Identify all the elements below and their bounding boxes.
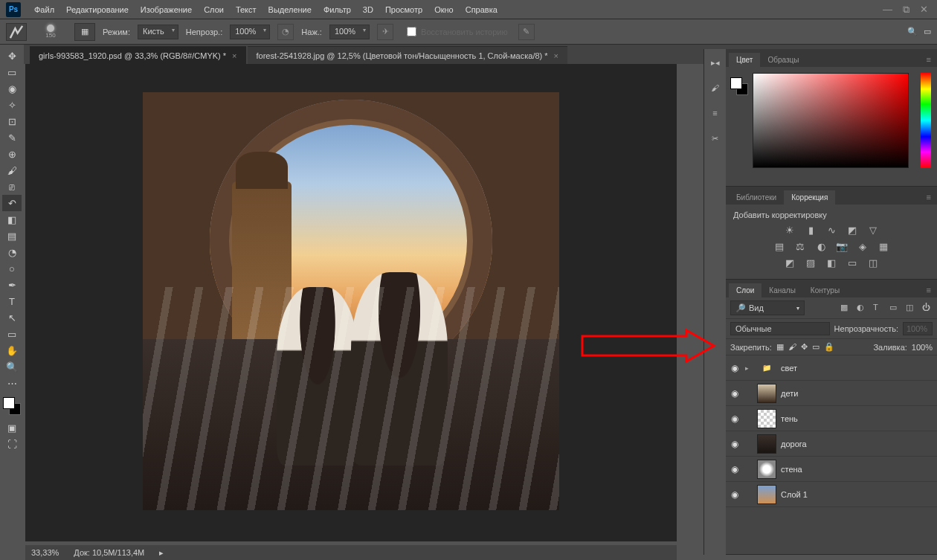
menu-layers[interactable]: Слои [198, 2, 230, 17]
marquee-tool[interactable]: ▭ [2, 64, 22, 80]
layer-row[interactable]: ◉ Слой 1 [726, 482, 937, 507]
pressure-opacity-icon[interactable]: ◔ [277, 24, 294, 40]
tab-libraries[interactable]: Библиотеки [729, 190, 784, 205]
tablet-pressure-icon[interactable]: ✎ [518, 24, 535, 40]
panel-menu-icon[interactable]: ≡ [921, 190, 937, 205]
color-field[interactable] [753, 73, 909, 168]
tab-channels[interactable]: Каналы [761, 283, 803, 297]
layer-name[interactable]: Слой 1 [781, 490, 808, 499]
blend-mode-dropdown[interactable]: Кисть [138, 25, 178, 39]
wand-tool[interactable]: ✧ [2, 97, 22, 113]
history-checkbox[interactable] [407, 27, 416, 36]
properties-panel-icon[interactable]: ✂ [708, 131, 723, 146]
color-swatch-pair[interactable] [730, 77, 748, 95]
history-brush-tool[interactable]: ↶ [2, 195, 22, 211]
blur-tool[interactable]: ◔ [2, 244, 22, 260]
eyedropper-tool[interactable]: ✎ [2, 129, 22, 146]
heal-tool[interactable]: ⊕ [2, 146, 22, 162]
brush-tool[interactable]: 🖌 [2, 162, 22, 178]
filter-adjust-icon[interactable]: ◐ [857, 303, 867, 313]
layer-row[interactable]: ◉ ▸ 📁 свет [726, 355, 937, 381]
lasso-tool[interactable]: ◉ [2, 80, 22, 97]
tab-layers[interactable]: Слои [729, 283, 761, 297]
invert-icon[interactable]: ◩ [783, 257, 796, 268]
zoom-tool[interactable]: 🔍 [2, 358, 22, 375]
layer-name[interactable]: дети [781, 389, 798, 398]
layer-name[interactable]: дорога [781, 440, 807, 448]
search-icon[interactable]: 🔍 [907, 27, 918, 36]
layer-row[interactable]: ◉ стена [726, 457, 937, 482]
menu-select[interactable]: Выделение [263, 2, 318, 17]
brush-settings-icon[interactable]: ≡ [708, 106, 723, 120]
lock-move-icon[interactable]: ✥ [801, 342, 808, 352]
filter-shape-icon[interactable]: ▭ [889, 303, 900, 313]
tab-swatches[interactable]: Образцы [760, 53, 806, 67]
visibility-icon[interactable]: ◉ [729, 439, 741, 449]
layer-row[interactable]: ◉ дорога [726, 431, 937, 457]
filter-toggle-icon[interactable]: ⏻ [922, 303, 933, 313]
selective-color-icon[interactable]: ◫ [866, 257, 880, 268]
eraser-tool[interactable]: ◧ [2, 211, 22, 228]
blend-mode-select[interactable]: Обычные [730, 322, 830, 335]
vibrance-icon[interactable]: ▽ [866, 224, 880, 236]
close-icon[interactable]: ✕ [920, 4, 928, 16]
panel-menu-icon[interactable]: ≡ [921, 52, 937, 67]
visibility-icon[interactable]: ◉ [729, 363, 741, 373]
filter-pixel-icon[interactable]: ▩ [840, 303, 851, 313]
tab-adjustments[interactable]: Коррекция [784, 190, 835, 205]
menu-image[interactable]: Изображение [135, 2, 198, 17]
history-panel-icon[interactable]: ▸◂ [708, 55, 723, 70]
threshold-icon[interactable]: ◧ [825, 257, 838, 268]
type-tool[interactable]: T [2, 293, 22, 309]
exposure-icon[interactable]: ◩ [846, 224, 859, 236]
screenmode-tool[interactable]: ⛶ [2, 436, 22, 452]
visibility-icon[interactable]: ◉ [729, 489, 741, 500]
hue-slider[interactable] [921, 73, 931, 168]
color-swatches[interactable] [3, 397, 21, 415]
colorbalance-icon[interactable]: ⚖ [793, 240, 807, 252]
minimize-icon[interactable]: — [883, 4, 892, 16]
brushes-panel-icon[interactable]: 🖌 [708, 80, 723, 95]
tool-preset-icon[interactable] [6, 23, 27, 41]
photofilter-icon[interactable]: 📷 [835, 240, 849, 252]
gradient-tool[interactable]: ▤ [2, 228, 22, 244]
posterize-icon[interactable]: ▨ [804, 257, 817, 268]
quickmask-tool[interactable]: ▣ [2, 419, 22, 436]
airbrush-icon[interactable]: ✈ [377, 24, 393, 40]
document-tab-2[interactable]: forest-2541928.jpg @ 12,5% (Цветовой тон… [248, 46, 567, 64]
crop-tool[interactable]: ⊡ [2, 113, 22, 129]
brush-preview[interactable]: 150 [34, 25, 67, 39]
status-arrow-icon[interactable]: ▸ [159, 548, 164, 558]
brightness-icon[interactable]: ☀ [783, 224, 796, 236]
menu-text[interactable]: Текст [230, 2, 263, 17]
menu-help[interactable]: Справка [460, 2, 503, 17]
close-tab-icon[interactable]: × [232, 51, 236, 60]
filter-smart-icon[interactable]: ◫ [906, 303, 916, 313]
hue-icon[interactable]: ▤ [773, 240, 786, 252]
levels-icon[interactable]: ▮ [804, 224, 817, 236]
stamp-tool[interactable]: ⎚ [2, 178, 22, 195]
brush-panel-icon[interactable]: ▦ [74, 23, 95, 41]
bw-icon[interactable]: ◐ [814, 240, 828, 252]
menu-edit[interactable]: Редактирование [60, 2, 135, 17]
move-tool[interactable]: ✥ [2, 48, 22, 64]
maximize-icon[interactable]: ⧉ [903, 4, 909, 16]
visibility-icon[interactable]: ◉ [729, 388, 741, 399]
colorlookup-icon[interactable]: ▦ [877, 240, 890, 252]
tab-color[interactable]: Цвет [729, 53, 760, 67]
menu-filter[interactable]: Фильтр [318, 2, 357, 17]
filter-type-icon[interactable]: T [873, 303, 883, 313]
canvas-area[interactable] [25, 64, 677, 541]
dodge-tool[interactable]: ○ [2, 260, 22, 277]
opacity-input[interactable]: 100% [903, 322, 933, 335]
layer-name[interactable]: свет [781, 364, 797, 373]
opacity-dropdown[interactable]: 100% [230, 25, 270, 39]
tab-paths[interactable]: Контуры [803, 283, 847, 297]
layer-name[interactable]: стена [781, 465, 802, 474]
shape-tool[interactable]: ▭ [2, 326, 22, 342]
layer-row[interactable]: ◉ дети [726, 381, 937, 406]
more-tools[interactable]: ⋯ [2, 375, 22, 391]
curves-icon[interactable]: ∿ [825, 224, 838, 236]
layer-name[interactable]: тень [781, 414, 798, 423]
visibility-icon[interactable]: ◉ [729, 413, 741, 424]
